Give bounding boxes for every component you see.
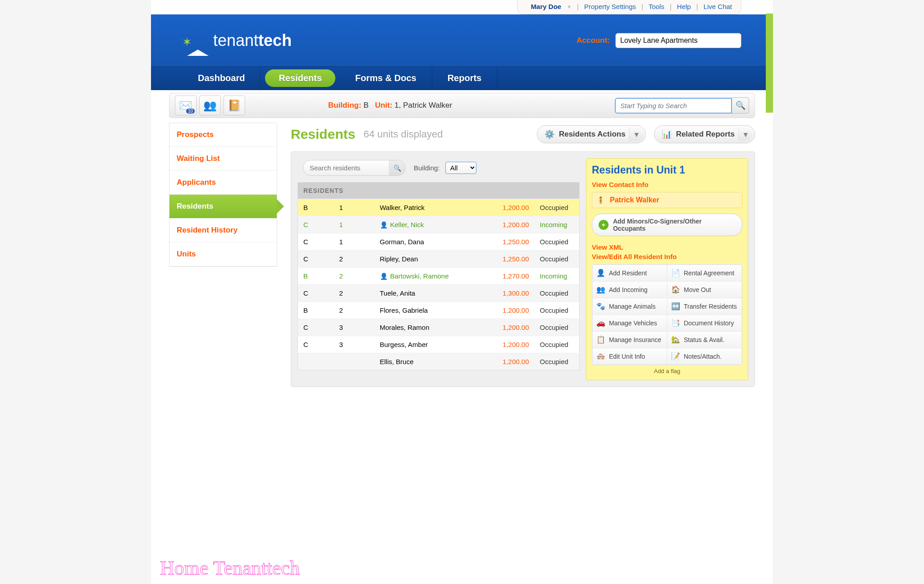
users-icon[interactable]: 👥 [199,96,221,115]
link-property-settings[interactable]: Property Settings [584,3,636,10]
contact-section-label[interactable]: View Contact Info [592,181,742,188]
search-icon[interactable]: 🔍 [389,160,405,175]
action-icon: 🚗 [596,319,605,327]
search-button[interactable]: 🔍 [732,97,749,114]
view-edit-link[interactable]: View/Edit All Resident Info [592,253,742,260]
cell-amount: 1,250.00 [485,233,535,251]
cell-building: C [298,233,334,251]
action-item[interactable]: 👤Add Resident [592,265,667,281]
cell-building: C [298,285,334,302]
building-select[interactable]: All [445,162,476,174]
link-help[interactable]: Help [677,3,691,10]
action-icon: 📄 [671,269,680,277]
person-icon: 👤 [380,221,388,228]
tab-residents[interactable]: Residents [265,69,335,87]
person-icon: 🧍 [597,196,604,204]
resident-name: Patrick Walker [610,196,659,204]
unit-detail-panel: Residents in Unit 1 View Contact Info 🧍 … [586,158,748,380]
search-input[interactable] [615,98,732,114]
cell-unit: 3 [334,319,375,336]
action-icon: 📋 [596,335,605,344]
action-label: Edit Unit Info [609,353,645,360]
sidebar-item-resident-history[interactable]: Resident History [169,219,277,242]
user-menu[interactable]: Mary Doe [531,3,562,10]
related-reports-button[interactable]: 📊 Related Reports ▾ [654,125,755,143]
table-row[interactable]: Ellis, Bruce1,200.00Occupied [298,353,580,370]
cell-name: Walker, Patrick [375,199,485,216]
sidebar-item-waiting-list[interactable]: Waiting List [169,147,277,171]
tab-forms-docs[interactable]: Forms & Docs [340,67,432,90]
cell-name: Ripley, Dean [375,251,485,268]
action-label: Rental Agreement [684,269,734,277]
residents-actions-button[interactable]: ⚙️ Residents Actions ▾ [537,125,646,143]
action-item[interactable]: ↔️Transfer Residents [667,298,742,315]
action-item[interactable]: 📑Document History [667,315,742,331]
table-row[interactable]: C1👤Keller, Nick1,200.00Incoming [298,216,580,233]
table-row[interactable]: C2Tuele, Anita1,300.00Occupied [298,285,580,302]
notebook-icon[interactable]: 📔 [224,96,245,115]
action-item[interactable]: 👥Add Incoming [592,281,667,298]
resident-badge[interactable]: 🧍 Patrick Walker [592,192,742,208]
action-item[interactable]: 📝Notes/Attach. [667,348,742,365]
link-tools[interactable]: Tools [649,3,664,10]
sidebar-item-prospects[interactable]: Prospects [169,123,277,147]
sidebar-item-residents[interactable]: Residents [169,195,277,219]
person-icon: 👤 [380,273,388,280]
action-label: Move Out [684,286,711,293]
sidebar-item-applicants[interactable]: Applicants [169,171,277,195]
logo[interactable]: ✶ tenanttech [187,31,292,50]
cell-status: Occupied [535,302,580,319]
cell-status: Occupied [535,336,580,353]
link-live-chat[interactable]: Live Chat [704,3,732,10]
action-item[interactable]: 🏠Move Out [667,281,742,298]
action-label: Manage Animals [609,303,656,310]
tab-reports[interactable]: Reports [432,67,498,90]
tab-dashboard[interactable]: Dashboard [183,67,261,90]
table-row[interactable]: C1Gorman, Dana1,250.00Occupied [298,233,580,251]
action-label: Manage Insurance [609,336,661,343]
cell-amount: 1,200.00 [485,319,535,336]
table-row[interactable]: C3Morales, Ramon1,200.00Occupied [298,319,580,336]
cell-amount: 1,270.00 [485,268,535,285]
action-item[interactable]: 📄Rental Agreement [667,265,742,281]
filter-row: 🔍 Building: All [303,160,580,176]
cell-unit [334,353,375,370]
table-row[interactable]: B2👤Bartowski, Ramone1,270.00Incoming [298,268,580,285]
building-filter: Building: All [414,162,476,174]
table-row[interactable]: C2Ripley, Dean1,250.00Occupied [298,251,580,268]
account-label: Account: [576,36,610,45]
caret-icon: ▼ [567,4,572,9]
resident-search-input[interactable] [303,160,389,175]
cell-amount: 1,200.00 [485,302,535,319]
cell-name: Ellis, Bruce [375,353,485,370]
resident-name: Gorman, Dana [380,238,424,246]
action-item[interactable]: 🚗Manage Vehicles [592,315,667,331]
account-input[interactable] [615,33,741,48]
cell-building [298,353,334,370]
sidebar-item-units[interactable]: Units [169,242,277,266]
cell-amount: 1,300.00 [485,285,535,302]
action-icon: 🏡 [671,335,680,344]
cell-status: Occupied [535,353,580,370]
table-row[interactable]: B1Walker, Patrick1,200.00Occupied [298,199,580,216]
cell-unit: 2 [334,251,375,268]
mail-badge: 10 [186,109,195,114]
add-flag-link[interactable]: Add a flag [592,365,742,377]
resident-name: Keller, Nick [390,221,424,228]
action-item[interactable]: 📋Manage Insurance [592,331,667,348]
table-row[interactable]: C3Burgess, Amber1,200.00Occupied [298,336,580,353]
resident-name: Ellis, Bruce [380,358,414,365]
add-occupants-button[interactable]: + Add Minors/Co-Signers/Other Occupants [592,214,742,236]
action-item[interactable]: 🏡Status & Avail. [667,331,742,348]
action-item[interactable]: 🐾Manage Animals [592,298,667,315]
view-xml-link[interactable]: View XML [592,243,742,251]
left-menu: Prospects Waiting List Applicants Reside… [169,123,277,267]
watermark: Home Tenanttech [160,557,300,579]
resident-search: 🔍 [303,160,406,176]
action-label: Add Resident [609,269,647,277]
cell-amount: 1,200.00 [485,199,535,216]
table-row[interactable]: B2Flores, Gabriela1,200.00Occupied [298,302,580,319]
action-item[interactable]: 🏘️Edit Unit Info [592,348,667,365]
resident-name: Burgess, Amber [380,341,428,348]
mail-icon[interactable]: ✉️10 [175,96,197,115]
